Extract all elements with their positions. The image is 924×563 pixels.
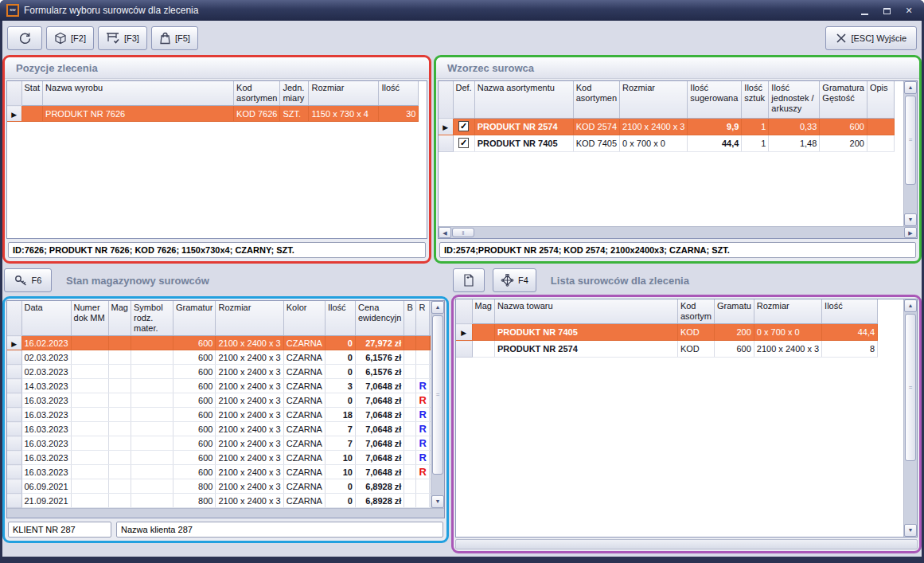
cell-kolor[interactable]: CZARNA	[283, 451, 325, 465]
cell-sug[interactable]: 9,9	[688, 118, 742, 135]
cell-symbol[interactable]	[131, 479, 173, 494]
column-header-gram[interactable]: Gramatura Gęstość	[820, 81, 867, 118]
cell-ilosc[interactable]: 0	[325, 336, 355, 350]
cell-ilosc[interactable]: 3	[325, 379, 355, 393]
cell-cena[interactable]: 6,1576 zł	[355, 365, 404, 379]
column-header-mag[interactable]: Mag	[108, 301, 131, 336]
column-header-symbol[interactable]: Symbol rodz. mater.	[131, 301, 173, 336]
cell-def[interactable]: ✓	[453, 118, 474, 135]
cell-rozmiar[interactable]: 2100 x 2400 x 3	[216, 436, 283, 451]
cell-gram[interactable]: 200	[820, 135, 867, 151]
cell-symbol[interactable]	[131, 336, 173, 350]
cell-rozmiar[interactable]: 0 x 700 x 0	[754, 324, 821, 341]
column-header-jedn[interactable]: Jedn. miary	[280, 81, 309, 106]
cell-b[interactable]	[404, 336, 416, 350]
cell-b[interactable]	[404, 365, 416, 379]
cell-ilosc[interactable]: 0	[325, 393, 355, 408]
cell-data[interactable]: 02.03.2023	[21, 365, 71, 379]
cell-sug[interactable]: 44,4	[688, 135, 742, 151]
cell-mag[interactable]	[108, 336, 131, 350]
cell-rozmiar[interactable]: 2100 x 2400 x 3	[216, 422, 283, 436]
cell-rozmiar[interactable]: 2100 x 2400 x 3	[216, 465, 283, 479]
magazyn-horizontal-scrollbar[interactable]	[7, 508, 444, 518]
table-row[interactable]: 16.03.20236002100 x 2400 x 3CZARNA107,06…	[7, 451, 442, 465]
cell-rozmiar[interactable]: 2100 x 2400 x 3	[216, 494, 283, 508]
scrollbar-thumb[interactable]: =	[432, 315, 443, 475]
column-header-ilosc[interactable]: Ilość	[325, 301, 355, 336]
column-header-kolor[interactable]: Kolor	[283, 301, 325, 336]
klient-nazwa-field[interactable]: Nazwa klienta 287	[116, 522, 443, 538]
cell-kolor[interactable]: CZARNA	[283, 494, 325, 508]
cell-ilosc[interactable]: 0	[325, 479, 355, 494]
cell-symbol[interactable]	[131, 436, 173, 451]
cell-symbol[interactable]	[131, 393, 173, 408]
scrollbar-thumb[interactable]: ‖	[452, 228, 474, 237]
cell-szt[interactable]: 1	[742, 118, 769, 135]
cell-data[interactable]: 21.09.2021	[21, 494, 71, 508]
table-row[interactable]: 21.09.20218002100 x 2400 x 3CZARNA06,892…	[7, 494, 442, 508]
column-header-nazwa[interactable]: Nazwa asortymentu	[474, 81, 573, 118]
cell-cena[interactable]: 7,0648 zł	[355, 451, 404, 465]
cell-gram[interactable]: 600	[820, 118, 867, 135]
scroll-down-icon[interactable]: ▼	[904, 213, 917, 226]
column-header-nazwa[interactable]: Nazwa wyrobu	[43, 81, 234, 106]
column-header-kod[interactable]: Kod asortymen	[234, 81, 280, 106]
cell-numer[interactable]	[71, 408, 108, 422]
cell-mag[interactable]	[108, 494, 131, 508]
table-row[interactable]: ▶✓PRODUKT NR 2574KOD 25742100 x 2400 x 3…	[439, 118, 894, 135]
cell-cena[interactable]: 7,0648 zł	[355, 465, 404, 479]
table-row[interactable]: 16.03.20236002100 x 2400 x 3CZARNA107,06…	[7, 465, 442, 479]
magazyn-f6-button[interactable]: F6	[4, 268, 52, 292]
cell-rozmiar[interactable]: 2100 x 2400 x 3	[216, 408, 283, 422]
cell-r[interactable]	[416, 365, 429, 379]
cell-mag[interactable]	[108, 350, 131, 365]
column-header-opis[interactable]: Opis	[867, 81, 894, 118]
table-row[interactable]: 14.03.20236002100 x 2400 x 3CZARNA37,064…	[7, 379, 442, 393]
cell-ilosc[interactable]: 44,4	[822, 324, 878, 341]
cell-b[interactable]	[404, 408, 416, 422]
cell-jedn[interactable]: SZT.	[280, 106, 309, 122]
column-header-rozmiar[interactable]: Rozmiar	[309, 81, 379, 106]
pozycje-status-field[interactable]: ID:7626; PRODUKT NR 7626; KOD 7626; 1150…	[8, 242, 426, 258]
cell-kolor[interactable]: CZARNA	[283, 336, 325, 350]
cell-rozmiar[interactable]: 2100 x 2400 x 3	[216, 350, 283, 365]
cell-gram[interactable]: 600	[715, 341, 754, 358]
minimize-button[interactable]	[859, 6, 870, 15]
cell-gram[interactable]: 600	[173, 422, 215, 436]
table-row[interactable]: ▶16.02.20236002100 x 2400 x 3CZARNA027,9…	[7, 336, 442, 350]
cell-mag[interactable]	[108, 451, 131, 465]
cell-kolor[interactable]: CZARNA	[283, 479, 325, 494]
cell-data[interactable]: 14.03.2023	[21, 379, 71, 393]
cell-r[interactable]	[416, 350, 429, 365]
column-header-kod[interactable]: Kod asortymen	[573, 81, 619, 118]
cell-r[interactable]: R	[416, 436, 429, 451]
column-header-def[interactable]: Def.	[453, 81, 474, 118]
cell-gram[interactable]: 600	[173, 350, 215, 365]
column-header-numer[interactable]: Numer dok MM	[71, 301, 108, 336]
cell-r[interactable]	[416, 336, 429, 350]
scrollbar-thumb[interactable]: =	[905, 314, 916, 461]
cell-rozmiar[interactable]: 2100 x 2400 x 3	[216, 479, 283, 494]
cell-mag[interactable]	[472, 324, 494, 341]
cell-r[interactable]: R	[416, 408, 429, 422]
cell-rozmiar[interactable]: 2100 x 2400 x 3	[620, 118, 688, 135]
cell-rozmiar[interactable]: 0 x 700 x 0	[620, 135, 688, 151]
column-header-r[interactable]: R	[416, 301, 429, 336]
scroll-down-icon[interactable]: ▼	[431, 495, 444, 508]
lista-f4-button[interactable]: F4	[493, 268, 536, 292]
cell-data[interactable]: 16.03.2023	[21, 451, 71, 465]
table-row[interactable]: ▶PRODUKT NR 7626KOD 7626SZT.1150 x 730 x…	[7, 106, 419, 122]
lista-horizontal-scrollbar[interactable]	[455, 539, 918, 549]
cell-kod[interactable]: KOD 2574	[573, 118, 619, 135]
cell-symbol[interactable]	[131, 350, 173, 365]
cell-r[interactable]: R	[416, 465, 429, 479]
cell-nazwa[interactable]: PRODUKT NR 7626	[43, 106, 234, 122]
cell-gram[interactable]: 600	[173, 465, 215, 479]
cell-gram[interactable]: 600	[173, 408, 215, 422]
cell-symbol[interactable]	[131, 451, 173, 465]
close-button[interactable]: ✕	[903, 6, 914, 16]
cell-data[interactable]: 16.03.2023	[21, 393, 71, 408]
scrollbar-thumb[interactable]: =	[905, 96, 916, 185]
scroll-left-icon[interactable]: ◀	[439, 227, 451, 238]
cell-ilosc[interactable]: 0	[325, 350, 355, 365]
